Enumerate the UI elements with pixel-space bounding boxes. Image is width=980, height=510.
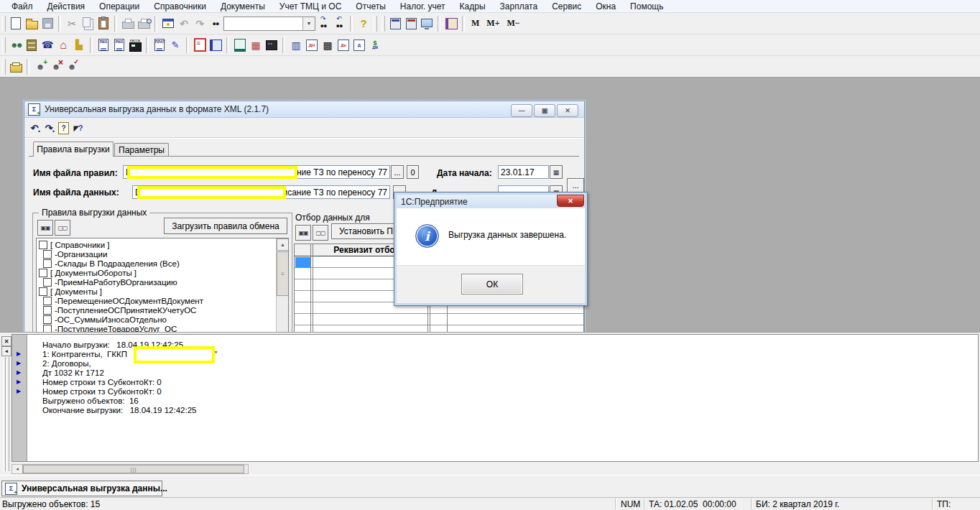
tree-item[interactable]: -ПоступлениеОСПринятиеКУчетуОС (37, 305, 276, 315)
cut-icon[interactable] (64, 16, 80, 32)
checkbox-icon[interactable] (43, 278, 52, 287)
status-ta-date[interactable]: ТА: 01.02.05 00:00:00 (649, 499, 736, 509)
log-marker-icon[interactable]: ▶ (17, 360, 21, 366)
card-file-icon[interactable] (8, 59, 24, 75)
menu-tax[interactable]: Налог. учет (393, 1, 453, 11)
print-preview-icon[interactable] (136, 16, 152, 32)
help-topic-icon[interactable] (58, 122, 69, 134)
cash-receipt-order-icon[interactable]: ПКО (96, 37, 111, 53)
undo-icon[interactable] (176, 16, 192, 32)
warehouse-icon[interactable] (55, 37, 71, 53)
find-next-icon[interactable] (315, 16, 331, 32)
checkbox-icon[interactable] (43, 325, 52, 333)
menu-help[interactable]: Помощь (623, 1, 670, 11)
find-icon[interactable] (208, 16, 223, 32)
close-button[interactable]: ✕ (557, 104, 578, 117)
menu-catalogs[interactable]: Справочники (147, 1, 213, 11)
table-report-icon[interactable] (288, 37, 304, 53)
currency-dm-icon[interactable]: $ДМ (367, 37, 383, 53)
checkbox-icon[interactable] (43, 259, 52, 268)
export-window-titlebar[interactable]: Универсальная выгрузка данных в формате … (24, 101, 584, 118)
checkbox-icon[interactable] (43, 297, 52, 305)
tab-export-rules[interactable]: Правила выгрузки (33, 142, 114, 157)
restore-button[interactable]: ▣ (534, 104, 555, 117)
search-combobox-value[interactable] (224, 17, 302, 30)
scroll-left-icon[interactable]: ◂ (12, 465, 23, 473)
dock-grip[interactable] (6, 357, 9, 471)
ok-button[interactable]: ОК (461, 274, 523, 295)
checkbox-icon[interactable] (43, 315, 52, 324)
filter-check-all-icon[interactable]: ▣▣ (295, 225, 311, 241)
log-line[interactable]: Дт 1032 Кт 1712 (42, 368, 104, 378)
menu-inventory[interactable]: Учет ТМЦ и ОС (272, 1, 349, 11)
tree-item[interactable]: -ПеремещениеОСДокументВДокумент (37, 296, 276, 305)
tree-item[interactable]: -ПриемНаРаботуВОрганизацию (37, 277, 276, 287)
red-journal-icon[interactable] (192, 37, 208, 53)
toolbar-grip[interactable] (374, 16, 377, 32)
log-line[interactable]: Номер строки тз СубконтоКт: 0 (42, 378, 162, 387)
help-icon[interactable] (356, 16, 371, 32)
search-combobox[interactable]: ▼ (223, 17, 315, 31)
menu-documents[interactable]: Документы (213, 1, 272, 11)
menu-hr[interactable]: Кадры (453, 1, 493, 11)
memory-add-button[interactable]: М+ (483, 18, 503, 29)
menu-operations[interactable]: Операции (92, 1, 147, 11)
toolbar-grip[interactable] (2, 37, 6, 53)
menu-windows[interactable]: Окна (588, 1, 623, 11)
log-line[interactable]: Окончание выгрузки: 18.04.19 12:42:25 (42, 406, 196, 415)
toolbar-grip[interactable] (2, 16, 6, 32)
find-previous-icon[interactable] (331, 16, 347, 32)
tree-scrollbar[interactable]: ▲ ≡ (276, 238, 288, 332)
toolbar-grip[interactable] (382, 16, 385, 32)
status-tp[interactable]: ТП: (937, 499, 951, 509)
menu-reports[interactable]: Отчеты (348, 1, 392, 11)
new-document-icon[interactable] (8, 16, 24, 32)
checkbox-icon[interactable] (39, 287, 47, 296)
log-hscrollbar[interactable]: ◂ ||| (11, 464, 249, 474)
status-bi-period[interactable]: БИ: 2 квартал 2019 г. (756, 499, 839, 509)
document-d-icon[interactable]: Д (351, 37, 367, 53)
open-file-icon[interactable] (24, 16, 40, 32)
window-tab-export[interactable]: Универсальная выгрузка данны... (1, 481, 162, 496)
film-archive-icon[interactable] (264, 37, 279, 53)
cash-register-icon[interactable]: КАССА (127, 37, 143, 53)
log-marker-icon[interactable]: ▶ (17, 369, 21, 376)
tree-item[interactable]: [ Справочники ] (37, 240, 276, 249)
log-marker-icon[interactable]: ▶ (17, 351, 21, 357)
scroll-up-icon[interactable]: ▲ (277, 238, 289, 251)
edit-document-icon[interactable] (167, 37, 183, 53)
rules-file-clear-button[interactable]: 0 (407, 165, 419, 179)
save-settings-icon[interactable] (42, 121, 56, 135)
scrollbar-thumb[interactable]: ≡ (277, 251, 289, 296)
calculator-icon[interactable] (387, 16, 403, 32)
rules-tree-list[interactable]: [ Справочники ] -Организации -Склады В П… (36, 238, 289, 332)
side-dots-button[interactable]: ... (567, 178, 584, 193)
cube-reports-icon[interactable] (248, 37, 264, 53)
log-marker-icon[interactable]: ▶ (17, 388, 21, 394)
uncheck-all-icon[interactable]: ▢▢ (55, 220, 70, 236)
rules-file-browse-button[interactable]: ... (391, 165, 404, 179)
load-settings-icon[interactable] (27, 121, 42, 135)
dock-grip[interactable] (3, 357, 6, 471)
save-icon[interactable] (40, 16, 55, 32)
calendar-icon[interactable]: ▦ (550, 165, 563, 179)
checkbox-icon[interactable] (43, 306, 52, 315)
user-edit-icon[interactable] (64, 59, 80, 75)
tree-item[interactable]: [ Документы ] (37, 287, 276, 296)
invoices-icon[interactable] (232, 37, 248, 53)
copy-icon[interactable] (80, 16, 96, 32)
cash-expense-order-icon[interactable]: РКО (111, 37, 127, 53)
memory-subtract-button[interactable]: М− (504, 18, 524, 29)
log-content[interactable]: ▶ ▶ ▶ ▶ ▶ Начало выгрузки: 18.04.19 12:4… (11, 334, 979, 462)
check-all-icon[interactable]: ▣▣ (37, 220, 53, 236)
redo-icon[interactable] (192, 16, 208, 32)
menu-actions[interactable]: Действия (40, 1, 93, 11)
menu-service[interactable]: Сервис (545, 1, 588, 11)
scrollbar-thumb[interactable]: ||| (23, 465, 244, 473)
tree-item[interactable]: -Организации (37, 249, 276, 259)
minimize-button[interactable]: — (511, 104, 532, 117)
selected-cell[interactable] (295, 257, 310, 268)
log-collapse-icon[interactable]: ◂ (1, 346, 11, 356)
tab-parameters[interactable]: Параметры (114, 143, 169, 157)
log-line[interactable]: Выгружено объектов: 16 (42, 397, 139, 406)
